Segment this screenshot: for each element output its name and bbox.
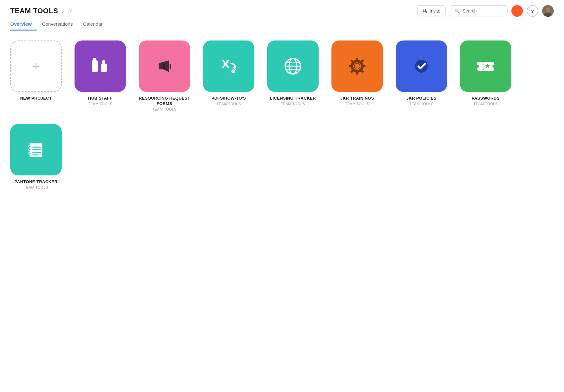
- avatar[interactable]: [542, 5, 554, 17]
- project-card-passwords[interactable]: PASSWORDS TEAM TOOLS: [460, 40, 511, 106]
- header-right: Invite 🔍 + ?: [417, 5, 554, 17]
- search-input[interactable]: [463, 8, 501, 13]
- app-title: TEAM TOOLS: [10, 7, 58, 15]
- svg-rect-27: [349, 65, 352, 67]
- svg-rect-43: [29, 152, 31, 154]
- plus-icon: +: [32, 60, 40, 72]
- project-icon-resourcing: [139, 40, 190, 92]
- project-card-jkr-trainings[interactable]: JKR TRAININGS TEAM TOOLS: [331, 40, 383, 106]
- project-name-licensing: LICENSING TRACKER: [270, 96, 316, 101]
- project-card-licensing[interactable]: LICENSING TRACKER TEAM TOOLS: [267, 40, 319, 106]
- main-content: + New Project HUB STAFF TEAM TOOLS: [0, 30, 564, 200]
- project-icon-passwords: [460, 40, 511, 92]
- project-name-resourcing: RESOURCING REQUEST FORMS: [139, 96, 190, 107]
- invite-icon: [423, 8, 428, 13]
- pantone-icon: [24, 138, 48, 161]
- project-name-pdfs: PDFs/HOW-TO's: [211, 96, 246, 101]
- project-workspace-pantone: TEAM TOOLS: [24, 185, 48, 189]
- passwords-icon: [474, 55, 497, 78]
- project-icon-hub-staff: [75, 40, 126, 92]
- add-button[interactable]: +: [511, 5, 523, 17]
- jkr-policies-icon: [410, 55, 433, 78]
- project-card-resourcing[interactable]: RESOURCING REQUEST FORMS TEAM TOOLS: [139, 40, 190, 111]
- project-icon-jkr-policies: [396, 40, 447, 92]
- chevron-down-icon[interactable]: ⌄: [61, 8, 65, 13]
- svg-rect-6: [92, 60, 98, 72]
- search-icon: 🔍: [454, 8, 460, 13]
- project-workspace-pdfs: TEAM TOOLS: [216, 102, 241, 106]
- svg-rect-8: [101, 64, 107, 72]
- project-workspace-licensing: TEAM TOOLS: [281, 102, 305, 106]
- project-workspace-passwords: TEAM TOOLS: [473, 102, 498, 106]
- header: TEAM TOOLS ⌄ ☆ Invite 🔍 + ?: [0, 0, 564, 17]
- project-icon-licensing: [267, 40, 319, 92]
- project-workspace-resourcing: TEAM TOOLS: [152, 107, 177, 111]
- project-name-jkr-trainings: JKR TRAININGS: [340, 96, 374, 101]
- avatar-image: [542, 5, 554, 17]
- svg-rect-42: [29, 149, 31, 151]
- svg-point-16: [231, 69, 235, 73]
- help-button[interactable]: ?: [527, 5, 538, 17]
- header-left: TEAM TOOLS ⌄ ☆: [10, 7, 72, 15]
- project-icon-jkr-trainings: [331, 40, 383, 92]
- svg-rect-7: [93, 58, 96, 61]
- project-workspace-hub-staff: TEAM TOOLS: [88, 102, 112, 106]
- project-card-new[interactable]: + New Project: [10, 40, 62, 101]
- svg-rect-35: [477, 62, 494, 71]
- tab-overview[interactable]: Overview: [10, 18, 37, 30]
- search-box[interactable]: 🔍: [450, 5, 507, 16]
- invite-label: Invite: [430, 8, 440, 13]
- svg-point-37: [492, 65, 496, 68]
- svg-rect-41: [29, 145, 31, 147]
- project-workspace-jkr-policies: TEAM TOOLS: [409, 102, 434, 106]
- project-name-new: New Project: [20, 96, 52, 101]
- svg-rect-12: [170, 64, 171, 69]
- projects-grid: + New Project HUB STAFF TEAM TOOLS: [10, 40, 554, 189]
- svg-rect-26: [356, 71, 358, 75]
- project-icon-new: +: [10, 40, 62, 92]
- help-label: ?: [531, 8, 534, 14]
- resourcing-icon: [153, 55, 176, 78]
- project-card-pantone[interactable]: PANTONE TRACKER TEAM TOOLS: [10, 124, 62, 189]
- invite-button[interactable]: Invite: [417, 5, 446, 16]
- nav-tabs: Overview Conversations Calendar: [0, 18, 564, 30]
- project-name-jkr-policies: JKR POLICIES: [406, 96, 436, 101]
- svg-point-33: [355, 64, 360, 69]
- licensing-icon: [281, 55, 304, 78]
- pdfs-icon: [217, 55, 240, 78]
- jkr-trainings-icon: [346, 55, 369, 78]
- svg-point-36: [476, 65, 479, 68]
- svg-point-34: [415, 60, 428, 73]
- svg-rect-11: [163, 64, 165, 69]
- project-icon-pantone: [10, 124, 62, 175]
- project-card-pdfs[interactable]: PDFs/HOW-TO's TEAM TOOLS: [203, 40, 254, 106]
- svg-rect-9: [102, 60, 105, 64]
- project-card-hub-staff[interactable]: HUB STAFF TEAM TOOLS: [75, 40, 126, 106]
- svg-point-4: [546, 7, 550, 12]
- svg-rect-25: [356, 58, 358, 61]
- project-name-hub-staff: HUB STAFF: [88, 96, 112, 101]
- project-name-passwords: PASSWORDS: [472, 96, 500, 101]
- tab-conversations[interactable]: Conversations: [37, 18, 78, 30]
- project-workspace-jkr-trainings: TEAM TOOLS: [345, 102, 369, 106]
- favorite-icon[interactable]: ☆: [67, 7, 72, 14]
- hub-staff-icon: [89, 55, 112, 78]
- svg-rect-28: [362, 65, 366, 67]
- project-name-pantone: PANTONE TRACKER: [14, 179, 57, 185]
- svg-point-0: [424, 9, 426, 11]
- project-card-jkr-policies[interactable]: JKR POLICIES TEAM TOOLS: [396, 40, 447, 106]
- tab-calendar[interactable]: Calendar: [78, 18, 108, 30]
- project-icon-pdfs: [203, 40, 254, 92]
